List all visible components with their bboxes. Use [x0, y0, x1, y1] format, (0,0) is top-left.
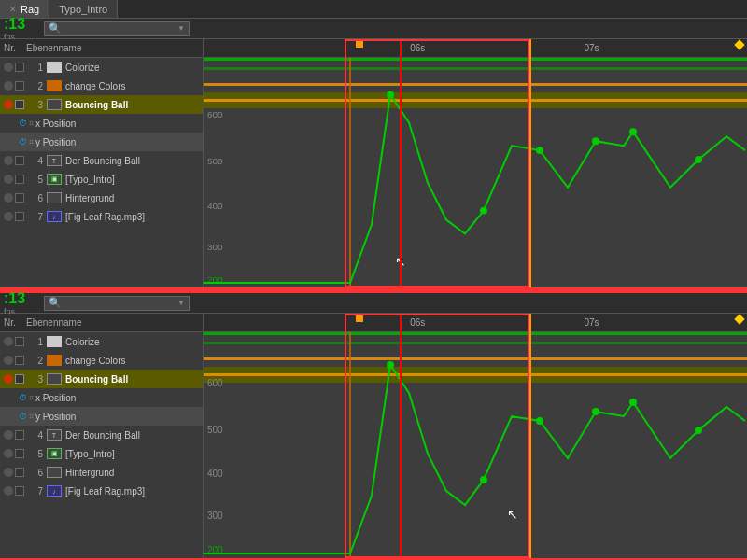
panel-top-header: :13 fps 🔍 ▼: [0, 19, 747, 39]
panel-bottom: :13 fps 🔍 ▼ Nr. Ebenenname 1 Col: [0, 293, 747, 560]
lock-btn-top-2[interactable]: [15, 81, 24, 91]
search-input-top[interactable]: [63, 23, 176, 34]
svg-point-26: [695, 427, 702, 434]
sub-row-top-y: ⏱ ⌗ y Position: [0, 133, 203, 151]
layer-icon-top-6: [47, 192, 62, 203]
svg-text:600: 600: [207, 378, 223, 388]
bezier-icon-top-x: ⌗: [29, 119, 34, 129]
chevron-icon-bottom: ▼: [177, 299, 185, 307]
layer-row-bottom-2[interactable]: 2 change Colors: [0, 351, 203, 370]
layer-nr-top-4: 4: [26, 156, 43, 166]
stopwatch-icon-bottom-x: ⏱: [19, 393, 27, 402]
search-icon-top: 🔍: [49, 22, 62, 35]
layer-name-bottom-7: [Fig Leaf Rag.mp3]: [65, 486, 199, 497]
layer-icon-top-4: T: [47, 155, 62, 166]
sub-row-bottom-x: ⏱ ⌗ x Position: [0, 388, 203, 407]
x-position-label-top: x Position: [35, 119, 199, 129]
tab-typo-intro[interactable]: Typo_Intro: [49, 0, 118, 18]
y-position-label-top: y Position: [35, 137, 199, 147]
layer-icon-top-1: [47, 62, 62, 73]
sub-row-top-x: ⏱ ⌗ x Position: [0, 114, 203, 133]
time-display-bottom: :13: [4, 290, 36, 307]
layer-row-bottom-6[interactable]: 6 Hintergrund: [0, 463, 203, 482]
layer-icon-bottom-4: T: [47, 429, 62, 441]
orange-line-left-bottom: [345, 314, 346, 558]
layer-name-top-7: [Fig Leaf Rag.mp3]: [65, 212, 199, 222]
layer-row-top-2[interactable]: 2 change Colors: [0, 77, 203, 95]
svg-point-8: [480, 207, 487, 215]
bezier-icon-bottom-y: ⌗: [29, 412, 34, 422]
visibility-btn-top-2[interactable]: [4, 81, 13, 91]
layer-icon-top-3: [47, 99, 62, 110]
svg-point-7: [387, 91, 394, 99]
layer-icon-bottom-3: [47, 373, 62, 385]
layer-name-top-2: change Colors: [65, 81, 199, 91]
svg-point-25: [629, 399, 637, 406]
panel-bottom-header: :13 fps 🔍 ▼: [0, 293, 747, 314]
svg-point-11: [629, 128, 637, 135]
layer-row-top-7[interactable]: 7 ♪ [Fig Leaf Rag.mp3]: [0, 207, 203, 226]
svg-point-24: [592, 408, 599, 415]
layer-header-top: Nr. Ebenenname: [0, 39, 203, 58]
layer-row-top-3[interactable]: 3 Bouncing Ball: [0, 95, 203, 114]
layer-controls-top-1: [4, 63, 24, 72]
svg-text:↖: ↖: [507, 507, 518, 522]
layer-name-top-3: Bouncing Ball: [65, 100, 199, 110]
col-nr-label-bottom: Nr.: [4, 317, 24, 328]
col-nr-label-top: Nr.: [4, 43, 24, 53]
svg-text:500: 500: [207, 156, 223, 166]
layer-nr-top-1: 1: [26, 63, 43, 73]
svg-point-22: [480, 476, 487, 483]
tab-typo-intro-label: Typo_Intro: [59, 4, 107, 15]
layer-name-bottom-5: [Typo_Intro]: [65, 449, 199, 459]
time-display-top: :13: [4, 16, 36, 33]
timeline-top[interactable]: 06s 07s: [204, 39, 747, 287]
layer-controls-top-6: [4, 193, 24, 203]
layer-row-bottom-1[interactable]: 1 Colorize: [0, 332, 203, 351]
lock-btn-top-3[interactable]: [15, 100, 24, 109]
svg-point-21: [387, 361, 394, 369]
layer-nr-top-7: 7: [26, 212, 43, 222]
search-icon-bottom: 🔍: [49, 297, 62, 309]
stopwatch-icon-top-y: ⏱: [19, 137, 27, 147]
svg-text:400: 400: [207, 469, 223, 479]
timeline-bottom[interactable]: 06s 07s: [204, 314, 747, 558]
layer-row-bottom-3[interactable]: 3 Bouncing Ball: [0, 370, 203, 388]
layer-name-top-4: Der Bouncing Ball: [65, 156, 199, 166]
svg-point-23: [536, 417, 543, 425]
layer-controls-top-2: [4, 81, 24, 91]
layer-row-bottom-5[interactable]: 5 ▣ [Typo_Intro]: [0, 444, 203, 463]
search-box-bottom[interactable]: 🔍 ▼: [44, 296, 190, 311]
chevron-icon-top: ▼: [177, 24, 185, 33]
panel-bottom-body: Nr. Ebenenname 1 Colorize 2: [0, 314, 747, 558]
tab-bar: ✕ Rag Typo_Intro: [0, 0, 747, 19]
visibility-btn-top-1[interactable]: [4, 63, 13, 72]
stopwatch-icon-top-x: ⏱: [19, 119, 27, 128]
red-playhead-bottom: [400, 314, 402, 558]
orange-line-right-top: [529, 39, 531, 287]
orange-line-left-top: [345, 39, 346, 287]
search-input-bottom[interactable]: [63, 298, 176, 308]
layer-row-top-5[interactable]: 5 ▣ [Typo_Intro]: [0, 170, 203, 189]
layer-icon-top-2: [47, 80, 62, 91]
layer-nr-top-3: 3: [26, 100, 43, 110]
layer-row-top-4[interactable]: 4 T Der Bouncing Ball: [0, 151, 203, 170]
svg-text:600: 600: [207, 109, 223, 119]
layer-row-top-1[interactable]: 1 Colorize: [0, 58, 203, 77]
layer-icon-bottom-2: [47, 355, 62, 366]
layer-row-bottom-7[interactable]: 7 ♪ [Fig Leaf Rag.mp3]: [0, 482, 203, 500]
layer-nr-top-6: 6: [26, 193, 43, 203]
tab-rag-close[interactable]: ✕: [9, 5, 17, 14]
layer-row-bottom-4[interactable]: 4 T Der Bouncing Ball: [0, 426, 203, 444]
layer-name-bottom-2: change Colors: [65, 356, 199, 366]
col-name-label-bottom: Ebenenname: [26, 317, 199, 328]
layer-row-top-6[interactable]: 6 Hintergrund: [0, 189, 203, 207]
layer-controls-top-7: [4, 212, 24, 221]
search-box-top[interactable]: 🔍 ▼: [44, 21, 190, 36]
layer-icon-top-5: ▣: [47, 174, 62, 185]
layer-icon-bottom-7: ♪: [47, 485, 62, 497]
svg-text:300: 300: [207, 242, 223, 252]
visibility-btn-top-3[interactable]: [4, 100, 13, 109]
lock-btn-top-1[interactable]: [15, 63, 24, 72]
panel-top: :13 fps 🔍 ▼ Nr. Ebenenname 1 Col: [0, 19, 747, 289]
